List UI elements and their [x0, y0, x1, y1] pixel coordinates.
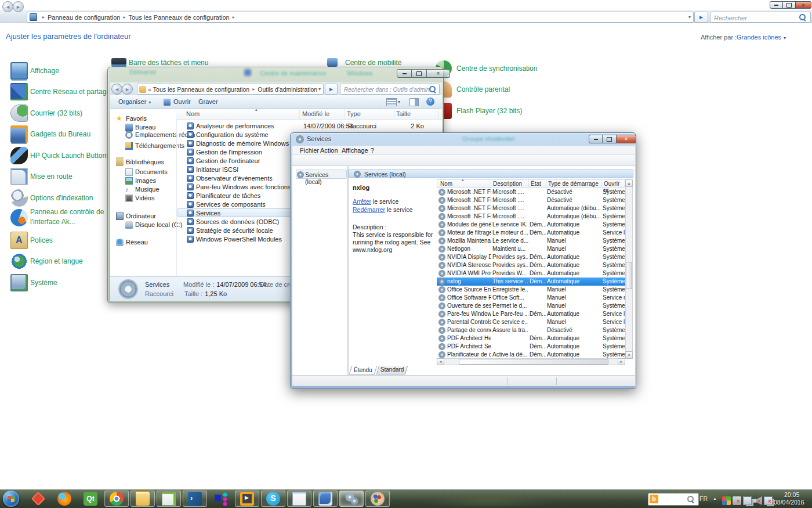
control-panel-item[interactable]: Flash Player (32 bits) — [456, 107, 522, 115]
control-panel-item[interactable]: Centre Réseau et partage — [30, 88, 110, 96]
close-button[interactable]: × — [617, 135, 636, 143]
vm-window-icon[interactable] — [743, 496, 752, 505]
horizontal-scroll-thumb[interactable] — [459, 359, 608, 365]
service-row[interactable]: Pare-feu WindowsLe Pare-feu ...Dém...Aut… — [437, 310, 625, 318]
firefox-icon[interactable] — [57, 492, 71, 506]
notepad-plus-plus-icon[interactable] — [162, 492, 176, 506]
service-row[interactable]: Mozilla Maintena...Le service d...Manuel… — [437, 237, 625, 245]
hp-quick-launch-icon[interactable] — [10, 147, 28, 164]
service-row[interactable]: Modules de génér...Le service IK...Dém..… — [437, 221, 625, 229]
fonts-icon[interactable] — [10, 232, 28, 249]
services-console-icon[interactable] — [345, 492, 358, 506]
control-panel-item[interactable]: Polices — [30, 236, 53, 244]
column-header[interactable]: Taille — [396, 110, 411, 117]
sidebar-item[interactable]: Ordinateur — [126, 212, 156, 219]
sidebar-item[interactable]: Favoris — [126, 115, 147, 122]
service-row[interactable]: Microsoft .NET Fr...Microsoft ....Automa… — [437, 212, 625, 221]
getting-started-icon[interactable] — [10, 168, 28, 185]
service-row[interactable]: NVIDIA Display Dri...Provides sys...Dém.… — [437, 253, 625, 261]
stop-service-link[interactable]: Arrêter — [353, 198, 371, 205]
sidebar-item[interactable]: Musique — [135, 186, 160, 193]
chevron-down-icon[interactable]: ▾ — [398, 99, 400, 105]
pane-splitter[interactable] — [347, 166, 349, 375]
service-row[interactable]: Office Source Eng...Enregistre le...Manu… — [437, 286, 625, 294]
service-row[interactable]: Microsoft .NET Fr...Microsoft ....Désact… — [437, 188, 625, 196]
maximize-button[interactable] — [783, 1, 796, 9]
tab-etendu[interactable]: Étendu — [349, 366, 377, 374]
scroll-right-button[interactable]: ► — [618, 358, 625, 365]
qt-creator-icon[interactable]: Qt — [84, 492, 97, 506]
breadcrumb-item[interactable]: Panneau de configuration — [48, 14, 120, 21]
service-row-selected[interactable]: nxlogThis service ...Dém...AutomatiqueSy… — [437, 278, 625, 286]
minimize-button[interactable] — [770, 1, 783, 9]
control-panel-item[interactable]: Options d'indexation — [30, 194, 93, 202]
forward-button[interactable]: ► — [13, 1, 24, 12]
column-header[interactable]: Type de démarrage — [548, 181, 599, 187]
system-icon[interactable] — [10, 274, 28, 291]
scroll-down-button[interactable]: ▼ — [625, 351, 633, 359]
back-button[interactable]: ◄ — [111, 84, 122, 95]
control-panel-item[interactable]: Système — [30, 279, 57, 287]
maximize-button[interactable] — [412, 69, 427, 78]
service-row[interactable]: Microsoft .NET Fr...Microsoft ....Désact… — [437, 196, 625, 204]
service-row[interactable]: Microsoft .NET Fr...Microsoft ....Automa… — [437, 204, 625, 212]
chrome-icon[interactable] — [110, 492, 124, 506]
search-input[interactable] — [343, 84, 432, 95]
control-panel-item[interactable]: Mise en route — [30, 172, 72, 181]
skype-icon[interactable]: S — [266, 492, 280, 506]
mail-icon[interactable] — [10, 105, 28, 122]
windows-flag-icon[interactable] — [722, 496, 731, 505]
sidebar-item[interactable]: Bureau — [135, 124, 155, 131]
control-panel-item[interactable]: Contrôle parental — [456, 85, 510, 93]
back-button[interactable]: ◄ — [2, 1, 13, 12]
preview-pane-icon[interactable] — [409, 98, 419, 106]
vertical-scroll-thumb[interactable] — [626, 262, 632, 289]
language-indicator[interactable]: FR — [699, 495, 708, 502]
interface-panel-icon[interactable] — [10, 209, 28, 226]
service-row[interactable]: Office Software Pr...Office Soft...Manue… — [437, 294, 625, 302]
network-center-icon[interactable] — [10, 83, 28, 100]
display-settings-icon[interactable] — [318, 492, 332, 506]
control-panel-item[interactable]: Centre de synchronisation — [456, 64, 537, 73]
sidebar-item[interactable]: Bibliothèques — [126, 158, 164, 165]
clock-date[interactable]: 08/04/2016 — [774, 499, 804, 506]
file-row[interactable]: Analyseur de performances14/07/2009 06:5… — [177, 122, 441, 131]
open-button[interactable]: Ouvrir — [173, 98, 191, 105]
refresh-button[interactable]: ► — [694, 12, 708, 23]
column-header[interactable]: Type — [347, 110, 361, 117]
start-button[interactable] — [3, 491, 19, 507]
view-by-dropdown[interactable]: Grandes icônes▾ — [737, 34, 786, 41]
search-icon[interactable] — [687, 496, 694, 502]
scroll-up-button[interactable]: ▲ — [625, 179, 633, 187]
service-row[interactable]: NetlogonMaintient u...ManuelSystème — [437, 245, 625, 253]
service-row[interactable]: NVIDIA Stereosco...Provides sys...Dém...… — [437, 261, 625, 269]
close-button[interactable]: × — [796, 1, 811, 9]
breadcrumb-item[interactable]: Tous les Panneaux de configuration — [153, 86, 249, 93]
tab-standard[interactable]: Standard — [376, 366, 408, 374]
paint-app-icon[interactable] — [371, 492, 385, 506]
clock-time[interactable]: 20:05 — [784, 491, 799, 498]
service-row[interactable]: NVIDIA WMI Provi...Provides W...Dém...Au… — [437, 269, 625, 278]
breadcrumb-item[interactable]: Tous les Panneaux de configuration — [128, 14, 229, 21]
column-header[interactable]: État — [531, 181, 541, 187]
control-panel-item[interactable]: HP Quick Launch Buttons — [30, 152, 110, 160]
views-button[interactable] — [386, 98, 397, 106]
sidebar-item[interactable]: Images — [135, 177, 156, 184]
region-language-icon[interactable] — [10, 253, 28, 270]
indexing-options-icon[interactable] — [10, 189, 28, 207]
column-header[interactable]: Nom — [186, 110, 200, 117]
powershell-icon[interactable]: › — [188, 492, 202, 506]
address-dropdown-icon[interactable]: ▾ — [318, 87, 321, 92]
service-row[interactable]: Moteur de filtrage...Le moteur d...Dém..… — [437, 229, 625, 237]
breadcrumb-item[interactable]: Outils d'administration — [258, 86, 317, 93]
service-row[interactable]: Parental ControlsCe service e...ManuelSe… — [437, 318, 625, 326]
search-input[interactable] — [713, 12, 795, 23]
control-panel-item[interactable]: Barre des tâches et menu — [129, 59, 208, 67]
notes-app-icon[interactable] — [292, 492, 306, 506]
hidden-icons-chevron[interactable]: ▲ — [713, 496, 717, 500]
organize-button[interactable]: Organiser▾ — [118, 98, 151, 105]
minimize-button[interactable] — [589, 135, 603, 143]
control-panel-item[interactable]: Région et langue — [30, 257, 83, 265]
sidebar-item[interactable]: Documents — [135, 168, 168, 175]
address-bar[interactable]: ▸Panneau de configuration▸Tous les Panne… — [27, 12, 694, 23]
